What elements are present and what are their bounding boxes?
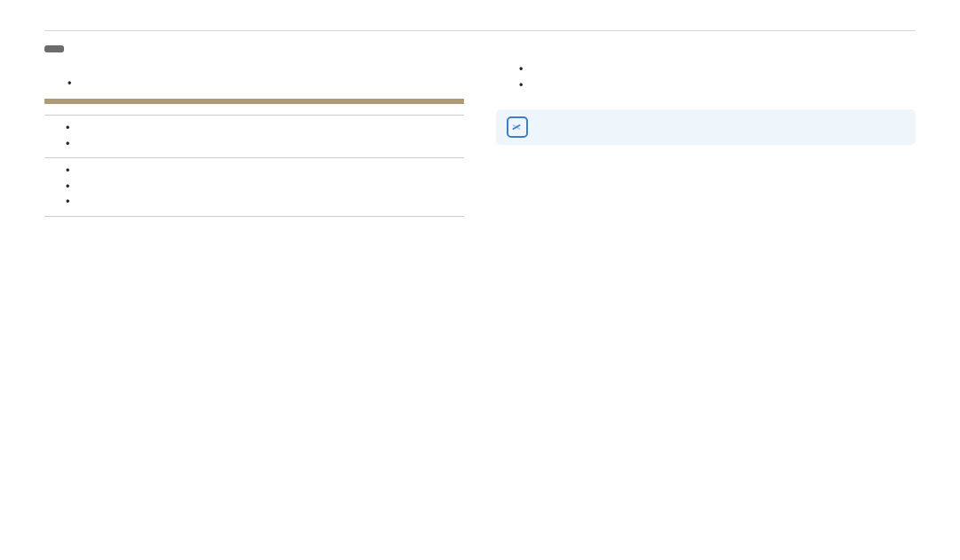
steps-left: [44, 70, 464, 97]
table-row: [44, 158, 464, 217]
table-row: [44, 104, 464, 116]
sub-bullet: [519, 61, 916, 77]
sub-bullet: [519, 77, 916, 93]
note-icon: [507, 116, 528, 138]
right-column: [496, 45, 916, 217]
cell-description: [59, 158, 464, 217]
two-column-layout: [44, 45, 916, 217]
steps-right: [496, 51, 916, 93]
section-pill: [44, 45, 64, 52]
info-note: [496, 109, 916, 145]
list-item: [66, 195, 457, 211]
cell-description: [59, 116, 464, 158]
sub-bullet: [68, 76, 464, 92]
page-footer: [0, 537, 960, 549]
cell-option: [44, 116, 59, 158]
left-column: [44, 45, 464, 217]
table-row: [44, 116, 464, 158]
cell-description: [59, 104, 464, 116]
list-item: [66, 121, 457, 137]
divider: [44, 30, 916, 31]
breadcrumb: [44, 25, 916, 27]
step-2-sub: [68, 76, 464, 92]
cell-option: [44, 104, 59, 116]
list-item: [66, 180, 457, 196]
list-item: [66, 137, 457, 153]
cell-option: [44, 158, 59, 217]
options-table: [44, 99, 464, 217]
list-item: [66, 164, 457, 180]
step-6-sub: [519, 61, 916, 93]
manual-page: [0, 0, 960, 226]
